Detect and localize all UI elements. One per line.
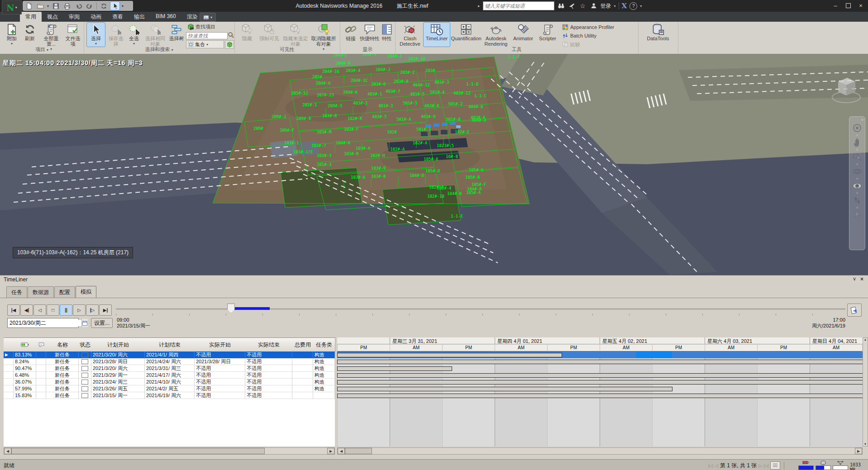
navbar-close-icon[interactable]: × xyxy=(861,118,863,122)
simulation-date-input[interactable] xyxy=(8,320,81,326)
cell-name[interactable]: 新任务 xyxy=(46,392,79,399)
cell-sel[interactable] xyxy=(4,365,14,372)
gantt-horizontal-scrollbar[interactable]: ◀ ▶ xyxy=(337,447,863,455)
appearance-profiler-button[interactable]: Appearance Profiler xyxy=(561,24,635,31)
playback-button-4[interactable]: || xyxy=(60,304,72,316)
print-button[interactable] xyxy=(62,2,72,10)
column-header-total_cost[interactable]: 总费用 xyxy=(292,337,314,352)
sheet-browser-button[interactable] xyxy=(770,461,780,470)
cell-planned_start[interactable]: 2021/3/24/ 周三 xyxy=(91,379,145,385)
cell-name[interactable]: 新任务 xyxy=(46,358,79,365)
gantt-vertical-scrollbar[interactable]: ▲ ▼ xyxy=(863,337,868,446)
quick-find-input[interactable] xyxy=(186,32,228,39)
look-around-eye-icon[interactable] xyxy=(852,180,863,192)
ribbon-tab-输出[interactable]: 输出 xyxy=(129,12,150,22)
cell-sel[interactable] xyxy=(4,358,14,365)
ribbon-tab-查看[interactable]: 查看 xyxy=(107,12,129,22)
column-header-name[interactable]: 名称 xyxy=(46,337,79,352)
cell-planned_end[interactable]: 2021/4/1/ 周四 xyxy=(145,351,195,358)
group-label-tools[interactable]: 工具 xyxy=(395,46,638,53)
group-label-select-search[interactable]: 选择和搜索 ▾ xyxy=(84,46,234,53)
panel-collapse-icon[interactable]: ∨ xyxy=(853,276,856,282)
cell-task_type[interactable]: 构造 xyxy=(313,379,335,385)
gantt-task-bar[interactable] xyxy=(337,373,863,378)
cell-sel[interactable] xyxy=(4,385,14,392)
refresh-model-button[interactable]: 刷新 xyxy=(22,23,38,41)
cell-actual_start[interactable]: 不适用 xyxy=(195,372,245,379)
cell-total_cost[interactable] xyxy=(292,385,313,392)
gantt-task-bar[interactable] xyxy=(337,380,863,385)
scroll-left-arrow[interactable]: ◀ xyxy=(4,448,11,454)
find-items-button[interactable]: 查找项目 xyxy=(186,23,229,30)
cell-name[interactable]: 新任务 xyxy=(46,351,79,358)
table-horizontal-scrollbar[interactable]: ◀ ▶ xyxy=(4,447,335,455)
exchange-apps-icon[interactable]: X xyxy=(622,2,627,10)
playback-button-3[interactable]: □ xyxy=(47,304,59,316)
timeliner-tab-数据源[interactable]: 数据源 xyxy=(28,286,54,298)
column-header-actual_end[interactable]: 实际结束 xyxy=(245,337,293,352)
first-sheet-button[interactable]: |◁ xyxy=(708,463,713,468)
cell-total_cost[interactable] xyxy=(292,365,313,372)
cell-sel[interactable]: ▶ xyxy=(4,351,14,358)
cell-actual_start[interactable]: 不适用 xyxy=(195,379,245,385)
viewcube[interactable] xyxy=(829,73,863,107)
playback-button-2[interactable]: ◁ xyxy=(33,304,46,316)
scroll-right-arrow[interactable]: ▶ xyxy=(327,448,334,454)
column-header-comment-icon[interactable] xyxy=(36,337,47,352)
cell-comment[interactable] xyxy=(36,351,46,358)
cell-planned_start[interactable]: 2021/3/26/ 周五 xyxy=(91,385,145,392)
timeliner-tab-任务[interactable]: 任务 xyxy=(6,286,27,298)
cell-task_type[interactable]: 构造 xyxy=(313,365,335,372)
slider-thumb[interactable] xyxy=(227,304,235,313)
navigation-bar[interactable]: × ∨ ∨ ∨ ∨ ∨ ∨ xyxy=(849,116,865,250)
pan-hand-icon[interactable] xyxy=(852,137,863,148)
scroll-up-arrow[interactable]: ▲ xyxy=(863,338,868,341)
cell-comment[interactable] xyxy=(36,358,46,365)
playback-button-5[interactable]: ▷ xyxy=(73,304,86,316)
cell-planned_start[interactable]: 2021/3/28/ 周日 xyxy=(91,358,145,365)
cell-task_type[interactable]: 构造 xyxy=(313,385,335,392)
cell-progress[interactable]: 6.48% xyxy=(14,372,36,379)
search-expander-icon[interactable]: ▸ xyxy=(478,4,480,8)
cell-comment[interactable] xyxy=(36,392,46,399)
cell-comment[interactable] xyxy=(36,385,46,392)
cell-comment[interactable] xyxy=(36,372,46,379)
help-caret[interactable]: ▾ xyxy=(640,4,642,8)
gantt-task-bar[interactable] xyxy=(337,366,452,371)
viewport-3d[interactable]: 204#小204#-4204#-1203#-101-1-F204#-9204#-… xyxy=(0,54,868,275)
gantt-scroll-thumb[interactable] xyxy=(345,448,372,454)
zoom-window-icon[interactable] xyxy=(852,151,863,163)
cell-comment[interactable] xyxy=(36,365,46,372)
subscription-icon[interactable] xyxy=(568,2,576,10)
scroll-left-arrow[interactable]: ◀ xyxy=(338,448,345,454)
cell-total_cost[interactable] xyxy=(292,372,313,379)
cell-actual_end[interactable]: 不适用 xyxy=(245,392,292,399)
batch-utility-button[interactable]: Batch Utility xyxy=(561,32,635,39)
cell-sel[interactable] xyxy=(4,392,14,399)
cell-total_cost[interactable] xyxy=(292,379,313,385)
table-scroll-thumb[interactable] xyxy=(11,448,265,454)
sign-in-label[interactable]: 登录 xyxy=(601,2,611,10)
ribbon-tab-审阅[interactable]: 审阅 xyxy=(63,12,85,22)
clash-detective-button[interactable]: Clash Detective xyxy=(398,23,422,47)
autodesk-rendering-button[interactable]: Autodesk Rendering xyxy=(482,23,510,47)
cell-progress[interactable]: 83.13% xyxy=(14,351,36,358)
application-menu-button[interactable]: N ▾ xyxy=(2,0,22,14)
signin-caret[interactable]: ▾ xyxy=(614,4,616,8)
column-header-selector[interactable] xyxy=(4,337,14,352)
select-arrow-icon[interactable] xyxy=(852,209,863,221)
cell-actual_end[interactable]: 不适用 xyxy=(245,365,292,372)
save-button[interactable] xyxy=(51,2,60,10)
playback-button-0[interactable]: |◀ xyxy=(7,304,20,316)
cell-status[interactable] xyxy=(79,372,91,379)
maximize-button[interactable] xyxy=(842,0,854,11)
cell-actual_start[interactable]: 不适用 xyxy=(195,365,245,372)
cell-planned_end[interactable]: 2021/4/17/ 周六 xyxy=(145,372,195,379)
datatools-button[interactable]: DataTools xyxy=(644,23,672,41)
quantification-button[interactable]: Quantification xyxy=(452,23,481,41)
playback-button-7[interactable]: ▶| xyxy=(99,304,112,316)
cell-task_type[interactable]: 构造 xyxy=(313,372,335,379)
cell-progress[interactable]: 90.47% xyxy=(14,365,36,372)
cell-actual_end[interactable]: 不适用 xyxy=(245,351,292,358)
gantt-task-bar[interactable] xyxy=(337,360,863,364)
